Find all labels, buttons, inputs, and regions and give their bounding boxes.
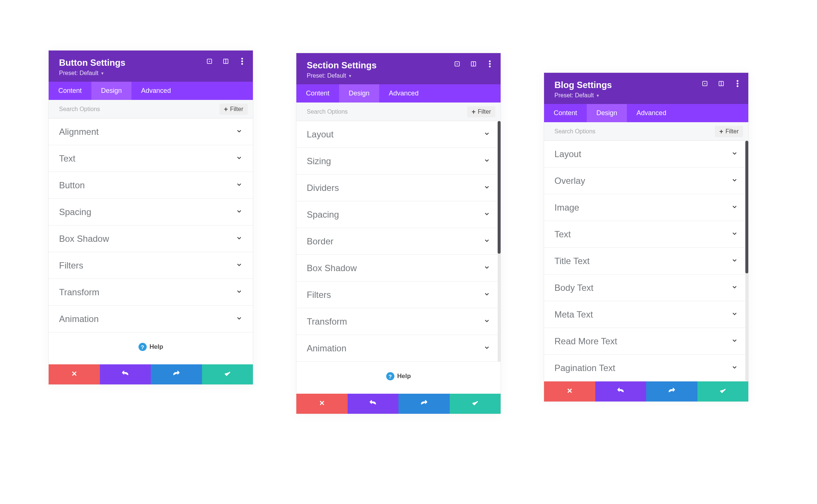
option-row[interactable]: Spacing <box>49 199 253 225</box>
option-row[interactable]: Text <box>544 221 748 248</box>
chevron-down-icon <box>484 344 490 352</box>
chevron-down-icon <box>731 284 738 292</box>
option-row[interactable]: Animation <box>49 306 253 332</box>
option-row[interactable]: Transform <box>49 279 253 306</box>
option-label: Text <box>59 153 75 164</box>
filter-button[interactable]: +Filter <box>219 104 248 115</box>
search-input[interactable]: Search Options <box>59 106 100 113</box>
tab-design[interactable]: Design <box>339 84 379 103</box>
option-row[interactable]: Overlay <box>544 168 748 194</box>
option-row[interactable]: Button <box>49 172 253 199</box>
scrollbar[interactable] <box>745 141 748 381</box>
panel-footer <box>544 381 748 401</box>
tab-content[interactable]: Content <box>296 84 339 103</box>
more-icon[interactable] <box>733 79 742 88</box>
option-row[interactable]: Read More Text <box>544 328 748 355</box>
scrollbar[interactable] <box>498 121 501 362</box>
option-row[interactable]: Image <box>544 194 748 221</box>
option-row[interactable]: Title Text <box>544 248 748 274</box>
scrollbar-thumb[interactable] <box>498 121 501 253</box>
cancel-button[interactable] <box>296 394 348 414</box>
option-label: Filters <box>307 290 331 300</box>
option-row[interactable]: Layout <box>296 121 501 148</box>
expand-icon[interactable] <box>453 60 461 68</box>
expand-icon[interactable] <box>701 79 709 88</box>
option-label: Sizing <box>307 156 331 166</box>
option-row[interactable]: Transform <box>296 308 501 335</box>
help-link[interactable]: ?Help <box>296 362 501 394</box>
preset-label: Preset: Default <box>307 72 346 79</box>
panel-footer <box>296 394 501 414</box>
more-icon[interactable] <box>486 60 494 68</box>
chevron-down-icon <box>484 184 490 192</box>
chevron-down-icon <box>731 257 738 265</box>
option-row[interactable]: Filters <box>296 282 501 308</box>
option-row[interactable]: Animation <box>296 335 501 362</box>
undo-icon <box>121 370 129 379</box>
cancel-button[interactable] <box>544 381 595 401</box>
preset-dropdown[interactable]: Preset: Default▼ <box>307 72 352 79</box>
preset-dropdown[interactable]: Preset: Default▼ <box>59 70 104 77</box>
undo-button[interactable] <box>348 394 399 414</box>
tab-content[interactable]: Content <box>49 82 91 100</box>
search-input[interactable]: Search Options <box>307 108 348 115</box>
redo-button[interactable] <box>398 394 450 414</box>
preset-dropdown[interactable]: Preset: Default▼ <box>554 92 600 99</box>
undo-icon <box>369 399 377 409</box>
tab-advanced[interactable]: Advanced <box>379 84 428 103</box>
tab-content[interactable]: Content <box>544 104 587 122</box>
search-input[interactable]: Search Options <box>554 128 595 135</box>
option-row[interactable]: Meta Text <box>544 301 748 328</box>
chevron-down-icon <box>236 155 243 163</box>
option-row[interactable]: Sizing <box>296 148 501 175</box>
option-row[interactable]: Border <box>296 228 501 255</box>
tab-advanced[interactable]: Advanced <box>131 82 180 100</box>
more-icon[interactable] <box>238 57 246 65</box>
redo-icon <box>668 387 676 396</box>
chevron-down-icon <box>731 230 738 238</box>
tab-advanced[interactable]: Advanced <box>627 104 676 122</box>
option-label: Image <box>554 202 579 213</box>
columns-icon[interactable] <box>222 57 230 65</box>
redo-icon <box>420 399 428 409</box>
help-link[interactable]: ?Help <box>49 332 253 364</box>
option-row[interactable]: Text <box>49 145 253 172</box>
chevron-down-icon <box>731 150 738 158</box>
chevron-down-icon <box>236 315 243 323</box>
cancel-button[interactable] <box>49 364 100 384</box>
redo-button[interactable] <box>646 381 697 401</box>
option-row[interactable]: Filters <box>49 252 253 279</box>
option-row[interactable]: Spacing <box>296 201 501 228</box>
option-row[interactable]: Pagination Text <box>544 355 748 381</box>
expand-icon[interactable] <box>205 57 214 65</box>
columns-icon[interactable] <box>469 60 478 68</box>
option-label: Box Shadow <box>59 234 109 244</box>
option-row[interactable]: Box Shadow <box>49 225 253 252</box>
option-row[interactable]: Body Text <box>544 274 748 301</box>
save-button[interactable] <box>202 364 253 384</box>
option-row[interactable]: Dividers <box>296 175 501 201</box>
tabs: ContentDesignAdvanced <box>49 82 253 100</box>
chevron-down-icon <box>236 261 243 270</box>
tab-design[interactable]: Design <box>587 104 627 122</box>
filter-button[interactable]: +Filter <box>715 126 743 137</box>
columns-icon[interactable] <box>717 79 725 88</box>
undo-button[interactable] <box>100 364 151 384</box>
save-button[interactable] <box>450 394 501 414</box>
caret-down-icon: ▼ <box>596 94 600 98</box>
option-row[interactable]: Box Shadow <box>296 255 501 282</box>
tab-design[interactable]: Design <box>91 82 131 100</box>
redo-button[interactable] <box>151 364 202 384</box>
option-row[interactable]: Layout <box>544 141 748 168</box>
option-label: Body Text <box>554 283 593 293</box>
filter-label: Filter <box>230 106 243 113</box>
undo-button[interactable] <box>595 381 647 401</box>
scrollbar-thumb[interactable] <box>745 141 748 273</box>
save-button[interactable] <box>697 381 749 401</box>
option-row[interactable]: Alignment <box>49 118 253 145</box>
svg-point-10 <box>457 64 458 65</box>
chevron-down-icon <box>484 291 490 299</box>
settings-panel: Blog SettingsPreset: Default▼ContentDesi… <box>544 72 749 402</box>
filter-button[interactable]: +Filter <box>467 106 495 117</box>
preset-label: Preset: Default <box>554 92 594 99</box>
